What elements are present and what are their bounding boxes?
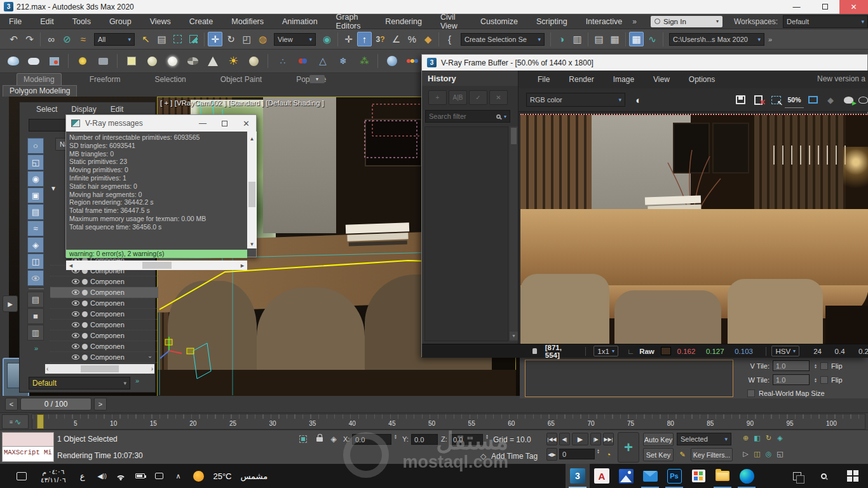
taskbar-app-photoshop[interactable]: Ps bbox=[662, 464, 686, 488]
workspace-select[interactable]: Default▾ bbox=[783, 15, 868, 28]
display-spacewarps-icon[interactable]: ≈ bbox=[27, 220, 44, 236]
menu-overflow-chevron[interactable]: » bbox=[632, 17, 637, 26]
render-dot-icon[interactable] bbox=[82, 333, 88, 339]
display-groups-icon[interactable]: ◈ bbox=[27, 237, 44, 253]
render-dot-icon[interactable] bbox=[82, 344, 88, 349]
menu-item[interactable]: Interactive bbox=[585, 15, 624, 29]
select-by-name-icon[interactable]: ▤ bbox=[154, 32, 169, 46]
maxscript-output[interactable] bbox=[3, 433, 53, 447]
rectangular-selection-region-icon[interactable] bbox=[170, 32, 185, 46]
viewport-label[interactable]: [ + ] [VRayCam002 ] [Standard ] [Default… bbox=[160, 99, 324, 107]
display-geometry-icon[interactable]: ○ bbox=[27, 138, 44, 154]
vfb-menu-item[interactable]: File bbox=[536, 73, 551, 86]
display-shapes-icon[interactable]: ◱ bbox=[27, 154, 44, 170]
battery-icon[interactable] bbox=[130, 464, 149, 488]
notifications-icon[interactable] bbox=[9, 464, 34, 488]
prev-frame-button[interactable]: < bbox=[5, 398, 18, 410]
menu-item[interactable]: Rendering bbox=[384, 15, 423, 29]
particle-systems-icon[interactable]: ∴ bbox=[274, 53, 290, 69]
zoom-percent-button[interactable]: 50% bbox=[785, 92, 804, 108]
snap-toggle-icon[interactable]: ↑ bbox=[357, 32, 372, 46]
zoom-region-icon[interactable]: ◈ bbox=[775, 433, 785, 443]
scene-explorer-row[interactable]: Componen bbox=[50, 276, 158, 287]
color-space-select[interactable]: HSV▾ bbox=[771, 346, 799, 356]
selection-filter-select[interactable]: All▾ bbox=[94, 33, 135, 46]
scroll-down-icon[interactable]: ▼ bbox=[247, 240, 257, 248]
track-mouse-icon[interactable]: ◆ bbox=[822, 92, 839, 108]
render-dot-icon[interactable] bbox=[82, 290, 88, 295]
mirror-icon[interactable]: ◑ bbox=[554, 32, 569, 46]
dynamics-icon[interactable] bbox=[294, 53, 311, 69]
color-mode-label[interactable]: Raw bbox=[639, 348, 654, 355]
window-crossing-icon[interactable] bbox=[186, 32, 201, 46]
panel-expand-arrow-button[interactable]: ▶ bbox=[3, 295, 18, 312]
scroll-right-icon[interactable]: › bbox=[151, 365, 153, 372]
frame-number-box[interactable]: 0 / 100 bbox=[20, 398, 92, 410]
scene-explorer-h-scrollbar[interactable]: ‹ › bbox=[45, 364, 154, 374]
minimize-icon[interactable]: — bbox=[194, 119, 212, 128]
camera-icon[interactable] bbox=[95, 53, 111, 69]
toolbar-overflow-chevron[interactable]: » bbox=[768, 36, 772, 43]
material-square-icon[interactable] bbox=[123, 53, 140, 69]
display-frozen-icon[interactable]: ■ bbox=[27, 308, 44, 324]
scene-explorer-row[interactable]: Componen bbox=[50, 320, 158, 330]
search-icon[interactable] bbox=[496, 114, 501, 119]
menu-item[interactable]: Views bbox=[149, 15, 172, 29]
ribbon-tab[interactable]: Freeform bbox=[83, 74, 127, 85]
taskbar-app-3dsmax[interactable]: 3 bbox=[566, 464, 590, 488]
x-spinner[interactable]: ▲▼ bbox=[394, 434, 397, 439]
render-dot-icon[interactable] bbox=[82, 322, 88, 328]
vfb-menu-item[interactable]: View bbox=[652, 73, 671, 86]
material-glow-sphere-icon[interactable] bbox=[164, 53, 180, 69]
region-render-icon[interactable]: ↖ bbox=[767, 92, 785, 108]
scene-explorer-row[interactable]: Componen bbox=[50, 330, 158, 341]
time-configuration-icon[interactable]: ◔ bbox=[603, 448, 614, 461]
select-and-place-icon[interactable]: ◍ bbox=[255, 32, 270, 46]
render-dot-icon[interactable] bbox=[82, 301, 88, 306]
maximize-button[interactable] bbox=[811, 0, 839, 14]
material-cone-icon[interactable] bbox=[205, 53, 221, 69]
scene-explorer-row[interactable]: Componen bbox=[50, 309, 158, 320]
scroll-down-icon[interactable]: ▼ bbox=[510, 332, 518, 340]
select-object-icon[interactable]: ↖ bbox=[139, 32, 153, 46]
channel-select[interactable]: RGB color▾ bbox=[526, 93, 625, 107]
language-indicator[interactable]: ع bbox=[72, 471, 93, 481]
weather-condition[interactable]: مشمس bbox=[236, 471, 273, 481]
tree-collapse-arrow[interactable]: ▼ bbox=[50, 185, 57, 192]
pan-icon[interactable]: ◧ bbox=[752, 433, 762, 443]
v-tile-spinner[interactable]: ▲▼ bbox=[814, 363, 817, 369]
key-step-toggle[interactable]: ◀▶ bbox=[546, 448, 557, 461]
chevron-down-icon[interactable]: ▾ bbox=[504, 114, 506, 119]
scrollbar-down-arrow-icon[interactable]: ⌄ bbox=[146, 351, 154, 360]
render-icon[interactable] bbox=[857, 92, 868, 108]
display-cameras-icon[interactable]: ▣ bbox=[27, 187, 44, 203]
redo-icon[interactable]: ↷ bbox=[22, 32, 37, 46]
render-dot-icon[interactable] bbox=[82, 311, 88, 317]
history-button[interactable]: A|B bbox=[449, 90, 467, 105]
color-dots-icon[interactable] bbox=[404, 53, 421, 69]
menu-item[interactable]: Edit bbox=[39, 15, 55, 29]
history-search-box[interactable]: ▾ bbox=[425, 110, 510, 123]
z-spinner[interactable]: ▲▼ bbox=[485, 434, 489, 439]
select-and-move-icon[interactable]: ✛ bbox=[208, 32, 222, 46]
task-view-icon[interactable] bbox=[784, 464, 810, 488]
named-selection-icon[interactable]: { bbox=[442, 32, 457, 46]
zoom-icon[interactable]: ⊕ bbox=[741, 433, 750, 443]
y-coordinate-field[interactable]: 0.0 bbox=[411, 434, 438, 445]
menu-item[interactable]: File bbox=[8, 15, 23, 29]
clock[interactable]: ٠٤:٠٦ م ٤٣/١١/٠٦ bbox=[34, 468, 72, 484]
taskbar-search-icon[interactable] bbox=[810, 464, 837, 488]
temperature[interactable]: 25°C bbox=[209, 471, 235, 481]
render-setup-teapot-icon[interactable] bbox=[5, 53, 22, 69]
select-and-manipulate-icon[interactable]: ✛ bbox=[341, 32, 356, 46]
auto-key-button[interactable]: Auto Key bbox=[643, 433, 674, 446]
next-frame-step-button[interactable]: |▶ bbox=[590, 433, 601, 445]
named-selection-set-select[interactable]: Create Selection Se▾ bbox=[461, 33, 545, 46]
unlink-selection-icon[interactable]: ⊘ bbox=[60, 32, 74, 46]
sun-light-icon[interactable]: ☀ bbox=[225, 53, 241, 69]
explorer-overflow-chevron[interactable]: » bbox=[135, 377, 139, 384]
scene-explorer-row[interactable]: Componen bbox=[50, 352, 158, 363]
visibility-eye-icon[interactable] bbox=[72, 290, 79, 295]
select-and-link-icon[interactable]: ∞ bbox=[44, 32, 58, 46]
z-coordinate-field[interactable]: 0.0 bbox=[450, 434, 483, 445]
